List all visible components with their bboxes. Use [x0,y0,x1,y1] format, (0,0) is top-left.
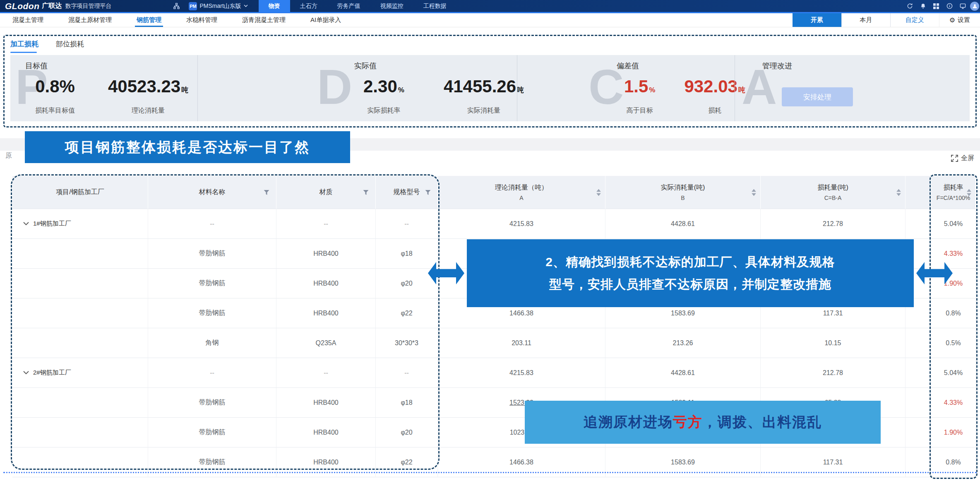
glodon-logo: GLodon [5,1,39,11]
tab-AI单据录入[interactable]: AI单据录入 [298,13,353,27]
left-double-arrow [428,262,464,284]
header-规格型号: 规格型号 [376,176,438,209]
sort-icon[interactable] [967,189,971,196]
filter-icon[interactable] [363,190,369,195]
org-structure-icon[interactable] [173,3,180,9]
topbar: GLodon 广联达 数字项目管理平台 PM PMSmart山东版 物资土石方劳… [0,0,980,13]
expand-icon [951,155,958,162]
header-title: 损耗率 [944,183,963,192]
header-title: 规格型号 [394,188,420,197]
header-材质: 材质 [276,176,376,209]
subtab-部位损耗[interactable]: 部位损耗 [56,39,84,53]
cell-grade: HRB400 [276,269,376,298]
period-自定义[interactable]: 自定义 [890,13,939,27]
kpi-stat-损耗率目标值: 0.8%损耗率目标值 [35,77,75,115]
filter-icon[interactable] [264,190,269,195]
cell-grade: -- [276,358,376,388]
cell-spec: φ22 [376,298,438,328]
workspace-selector[interactable]: PMSmart山东版 [199,2,247,10]
cell-material: 带肋钢筋 [148,388,276,418]
arrange-handle-button[interactable]: 安排处理 [782,87,853,106]
tab-水稳料管理[interactable]: 水稳料管理 [174,13,230,27]
avatar[interactable] [970,2,979,11]
top-nav-物资[interactable]: 物资 [259,0,290,12]
cell-material: 带肋钢筋 [148,298,276,328]
cell-gap [906,209,931,239]
cell-material: 角钢 [148,328,276,358]
apps-icon[interactable] [933,3,939,10]
factory-name: 1#钢筋加工厂 [33,220,71,228]
cell-gap [906,388,931,418]
selection-dotted-line [3,472,977,473]
callout-find-substandard: 2、精确找到损耗不达标的加工厂、具体材料及规格型号，安排人员排查不达标原因，并制… [467,239,914,307]
cell-material: -- [148,358,276,388]
cell-actual: 4428.61 [605,358,761,388]
top-nav-视频监控[interactable]: 视频监控 [370,0,413,12]
header-formula: A [519,195,523,201]
fullscreen-button[interactable]: 全屏 [951,154,974,163]
cell-grade: HRB400 [276,418,376,447]
module-tabbar: 混凝土管理混凝土原材管理钢筋管理水稳料管理沥青混凝土管理AI单据录入 开累本月自… [0,13,980,27]
kpi-stat-实际消耗量: 41455.26吨实际消耗量 [444,77,524,115]
bell-icon[interactable] [920,3,926,10]
kpi-stat-label: 实际消耗量 [444,106,524,115]
header-title: 理论消耗量（吨） [495,183,548,192]
cell-theoretical: 4215.83 [438,358,605,388]
workspace-name: PMSmart山东版 [199,2,241,10]
kpi-value: 1.5% [624,77,656,96]
row-name-cell [12,239,148,269]
collapse-caret-icon[interactable] [23,222,29,226]
kpi-stat-高于目标: 1.5%高于目标 [624,77,656,115]
sort-icon[interactable] [752,189,756,196]
period-本月[interactable]: 本月 [841,13,890,27]
settings-button[interactable]: ⚙ 设置 [939,13,980,27]
hidden-section-title: 原 [5,152,12,160]
cell-grade: HRB400 [276,239,376,269]
period-开累[interactable]: 开累 [793,13,841,27]
header-实际消耗量(吨): 实际消耗量(吨)B [605,176,761,209]
sort-icon[interactable] [596,189,601,196]
header-材料名称: 材料名称 [148,176,276,209]
tab-混凝土管理[interactable]: 混凝土管理 [0,13,56,27]
top-nav-劳务产值[interactable]: 劳务产值 [327,0,370,12]
subtab-加工损耗[interactable]: 加工损耗 [10,39,38,53]
info-icon[interactable] [946,3,953,10]
cell-rate: 5.04% [931,358,976,388]
kpi-title: 实际值 [354,61,377,71]
cell-spec: -- [376,209,438,239]
header-title: 材质 [319,188,333,197]
cell-material: -- [148,209,276,239]
cell-rate: 1.90% [931,418,976,447]
top-nav-工程数据[interactable]: 工程数据 [413,0,456,12]
kpi-stat-label: 高于目标 [624,106,656,115]
cell-grade: -- [276,209,376,239]
row-name-cell[interactable]: 2#钢筋加工厂 [12,358,148,388]
filter-icon[interactable] [425,190,431,195]
kpi-value: 0.8% [35,77,75,96]
kpi-stat-实际损耗率: 2.30%实际损耗率 [363,77,404,115]
refresh-icon[interactable] [906,3,913,10]
header-title: 项目/钢筋加工厂 [56,188,104,197]
cell-rate: 0.8% [931,298,976,328]
monitor-icon[interactable] [959,3,966,10]
sort-icon[interactable] [896,189,901,196]
cell-actual: 4428.61 [605,209,761,239]
tab-混凝土原材管理[interactable]: 混凝土原材管理 [56,13,124,27]
kpi-title: 管理改进 [762,61,792,71]
header-title: 材料名称 [199,188,226,197]
header-损耗率: 损耗率F=C/A*100% [931,176,976,209]
cell-theoretical: 203.11 [438,328,605,358]
tab-钢筋管理[interactable]: 钢筋管理 [124,13,174,27]
kpi-watermark-D: D [317,63,352,111]
row-name-cell[interactable]: 1#钢筋加工厂 [12,209,148,239]
collapse-caret-icon[interactable] [23,371,29,375]
cell-spec: φ18 [376,388,438,418]
brand-name: 广联达 [42,2,62,10]
header-title: 损耗量(吨) [817,183,848,192]
kpi-panel: P目标值0.8%损耗率目标值40523.23吨理论消耗量D实际值2.30%实际损… [10,55,970,121]
app-window: GLodon 广联达 数字项目管理平台 PM PMSmart山东版 物资土石方劳… [0,0,980,481]
topbar-icons [906,3,966,10]
top-nav-土石方[interactable]: 土石方 [290,0,327,12]
tab-沥青混凝土管理[interactable]: 沥青混凝土管理 [230,13,298,27]
cell-material: 带肋钢筋 [148,418,276,447]
